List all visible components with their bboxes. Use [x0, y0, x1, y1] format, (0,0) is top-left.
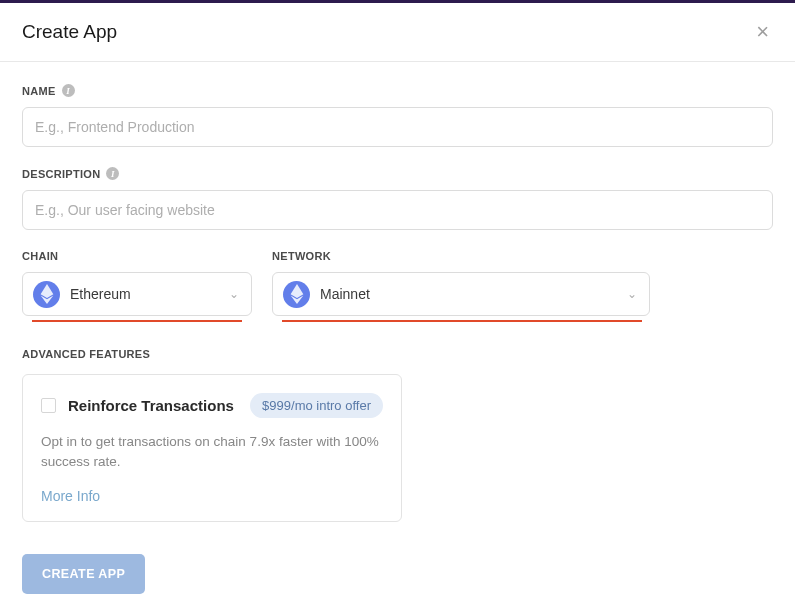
chain-network-row: CHAIN Ethereum ⌄ NETWORK Mainnet [22, 250, 773, 316]
chain-select[interactable]: Ethereum ⌄ [22, 272, 252, 316]
description-input[interactable] [22, 190, 773, 230]
name-field-group: NAME i [22, 84, 773, 147]
chain-underline [32, 320, 242, 322]
network-underline [282, 320, 642, 322]
ethereum-icon [33, 281, 60, 308]
create-app-button[interactable]: CREATE APP [22, 554, 145, 594]
modal-body: NAME i DESCRIPTION i CHAIN Ethereum ⌄ [0, 62, 795, 596]
chain-label: CHAIN [22, 250, 252, 262]
chain-value: Ethereum [70, 286, 219, 302]
chevron-down-icon: ⌄ [627, 287, 637, 301]
modal-title: Create App [22, 21, 117, 43]
advanced-features-label: ADVANCED FEATURES [22, 348, 773, 360]
more-info-link[interactable]: More Info [41, 488, 100, 504]
chevron-down-icon: ⌄ [229, 287, 239, 301]
name-input[interactable] [22, 107, 773, 147]
network-select[interactable]: Mainnet ⌄ [272, 272, 650, 316]
description-label-text: DESCRIPTION [22, 168, 100, 180]
close-icon: × [756, 19, 769, 44]
network-value: Mainnet [320, 286, 617, 302]
reinforce-checkbox[interactable] [41, 398, 56, 413]
name-label: NAME i [22, 84, 773, 97]
modal-header: Create App × [0, 3, 795, 62]
feature-header: Reinforce Transactions $999/mo intro off… [41, 393, 383, 418]
ethereum-icon [283, 281, 310, 308]
network-column: NETWORK Mainnet ⌄ [272, 250, 650, 316]
price-badge: $999/mo intro offer [250, 393, 383, 418]
close-button[interactable]: × [752, 21, 773, 43]
info-icon[interactable]: i [106, 167, 119, 180]
network-label: NETWORK [272, 250, 650, 262]
description-label: DESCRIPTION i [22, 167, 773, 180]
info-icon[interactable]: i [62, 84, 75, 97]
chain-column: CHAIN Ethereum ⌄ [22, 250, 252, 316]
feature-title: Reinforce Transactions [68, 397, 234, 414]
feature-description: Opt in to get transactions on chain 7.9x… [41, 432, 383, 473]
reinforce-transactions-card: Reinforce Transactions $999/mo intro off… [22, 374, 402, 522]
create-app-modal: Create App × NAME i DESCRIPTION i CHAIN [0, 3, 795, 596]
description-field-group: DESCRIPTION i [22, 167, 773, 230]
name-label-text: NAME [22, 85, 56, 97]
